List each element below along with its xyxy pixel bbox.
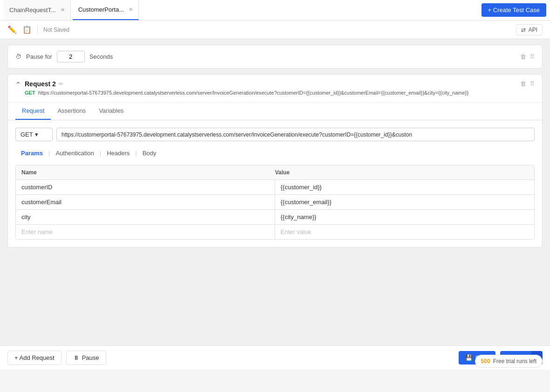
table-row <box>16 225 534 239</box>
request-2-title-area: Request 2 ✏ GET https://customerportal-5… <box>25 80 516 96</box>
second-bar: ✏️ 📋 Not Saved ⇄ API <box>0 21 550 39</box>
tab-variables[interactable]: Variables <box>92 103 130 120</box>
tab-customer-portal[interactable]: CustomerPorta... ✕ <box>73 0 139 20</box>
params-header: Name Value <box>16 165 534 180</box>
toolbar-separator <box>37 25 38 34</box>
request-2-url-text: https://customerportal-57673975.developm… <box>38 89 469 96</box>
param-value-cell-2 <box>275 195 534 209</box>
trial-label: Free trial runs left <box>493 358 536 364</box>
table-row <box>16 210 534 225</box>
sub-tab-body[interactable]: Body <box>137 147 162 159</box>
tab-customer-label: CustomerPorta... <box>78 6 124 13</box>
edit-icon[interactable]: ✏️ <box>7 25 17 34</box>
sub-tabs: Params | Authentication | Headers | Body <box>15 147 535 159</box>
tab-chain-request[interactable]: ChainRequestT... ✕ <box>4 0 71 20</box>
pause-for-label: Pause for <box>26 53 52 60</box>
table-row <box>16 195 534 210</box>
pause-icon: ⏱ <box>15 53 21 60</box>
pause-card: ⏱ Pause for Seconds 🗑 ⠿ <box>7 45 543 69</box>
params-value-header: Value <box>275 169 529 176</box>
param-name-cell-4 <box>16 225 275 239</box>
pause-value-input[interactable] <box>57 51 85 62</box>
bottom-bar: + Add Request ⏸ Pause 💾 Save ▶ Run ▾ <box>0 345 550 370</box>
param-value-cell-1 <box>275 180 534 194</box>
api-badge: ⇄ API <box>516 24 543 35</box>
sub-tab-authentication[interactable]: Authentication <box>50 147 99 159</box>
param-name-cell-2 <box>16 195 275 209</box>
method-select[interactable]: GET ▾ <box>15 128 53 141</box>
trial-badge: 500 Free trial runs left <box>475 355 543 368</box>
tab-chain-label: ChainRequestT... <box>9 7 56 14</box>
save-icon: 💾 <box>465 354 473 361</box>
url-input[interactable] <box>56 128 535 141</box>
request-2-tabs: Request Assertions Variables <box>8 103 542 120</box>
param-name-cell-1 <box>16 180 275 194</box>
pause-btn-label: Pause <box>82 354 99 361</box>
param-value-input-4[interactable] <box>275 225 534 239</box>
trial-count: 500 <box>481 358 490 364</box>
param-name-input-1[interactable] <box>16 180 275 194</box>
toolbar-icons: ✏️ 📋 <box>7 25 32 34</box>
pause-delete-icon[interactable]: 🗑 <box>520 53 526 60</box>
param-name-input-2[interactable] <box>16 195 275 209</box>
url-row: GET ▾ <box>15 128 535 141</box>
copy-icon[interactable]: 📋 <box>22 25 32 34</box>
pause-card-actions: 🗑 ⠿ <box>520 53 535 60</box>
method-chevron: ▾ <box>35 131 38 138</box>
pause-button[interactable]: ⏸ Pause <box>66 351 106 365</box>
request-2-card: ⌃ Request 2 ✏ GET https://customerportal… <box>7 74 543 248</box>
pause-drag-icon[interactable]: ⠿ <box>530 53 535 60</box>
param-name-cell-3 <box>16 210 275 224</box>
param-value-input-3[interactable] <box>275 210 534 224</box>
pause-btn-icon: ⏸ <box>73 354 79 361</box>
api-label: API <box>529 27 537 33</box>
param-value-input-1[interactable] <box>275 180 534 194</box>
table-row <box>16 180 534 195</box>
tabs-area: ChainRequestT... ✕ CustomerPorta... ✕ <box>4 0 139 20</box>
add-request-button[interactable]: + Add Request <box>7 351 62 365</box>
request-2-delete-icon[interactable]: 🗑 <box>520 80 526 87</box>
create-test-case-button[interactable]: + Create Test Case <box>481 3 546 17</box>
param-value-cell-4 <box>275 225 534 239</box>
param-value-input-2[interactable] <box>275 195 534 209</box>
params-name-header: Name <box>21 169 275 176</box>
add-request-label: + Add Request <box>14 354 55 361</box>
param-name-input-3[interactable] <box>16 210 275 224</box>
top-bar: ChainRequestT... ✕ CustomerPorta... ✕ + … <box>0 0 550 21</box>
request-2-method-badge: GET <box>25 90 35 96</box>
sub-tab-headers[interactable]: Headers <box>101 147 135 159</box>
api-icon: ⇄ <box>521 27 526 33</box>
not-saved-label: Not Saved <box>43 27 69 33</box>
tab-request[interactable]: Request <box>15 103 51 120</box>
param-name-input-4[interactable] <box>16 225 275 239</box>
request-2-url-line: GET https://customerportal-57673975.deve… <box>25 89 516 96</box>
params-table: Name Value <box>15 165 535 240</box>
seconds-label: Seconds <box>89 53 113 60</box>
tab-customer-close[interactable]: ✕ <box>129 7 133 13</box>
request-2-title: Request 2 <box>25 80 56 88</box>
tab-chain-close[interactable]: ✕ <box>61 7 65 13</box>
request-2-body: GET ▾ Params | Authentication | Headers … <box>8 120 542 247</box>
main-content: ⏱ Pause for Seconds 🗑 ⠿ ⌃ Request 2 ✏ GE… <box>0 39 550 345</box>
request-2-header: ⌃ Request 2 ✏ GET https://customerportal… <box>8 75 542 103</box>
request-2-header-actions: 🗑 ⠿ <box>520 80 535 87</box>
request-2-collapse[interactable]: ⌃ <box>15 81 21 88</box>
request-2-drag-icon[interactable]: ⠿ <box>530 80 535 87</box>
param-value-cell-3 <box>275 210 534 224</box>
sub-tab-params[interactable]: Params <box>15 147 48 159</box>
bottom-bar-left: + Add Request ⏸ Pause <box>7 351 106 365</box>
method-value: GET <box>21 131 33 138</box>
request-2-edit-icon[interactable]: ✏ <box>59 81 63 87</box>
tab-assertions[interactable]: Assertions <box>51 103 92 120</box>
